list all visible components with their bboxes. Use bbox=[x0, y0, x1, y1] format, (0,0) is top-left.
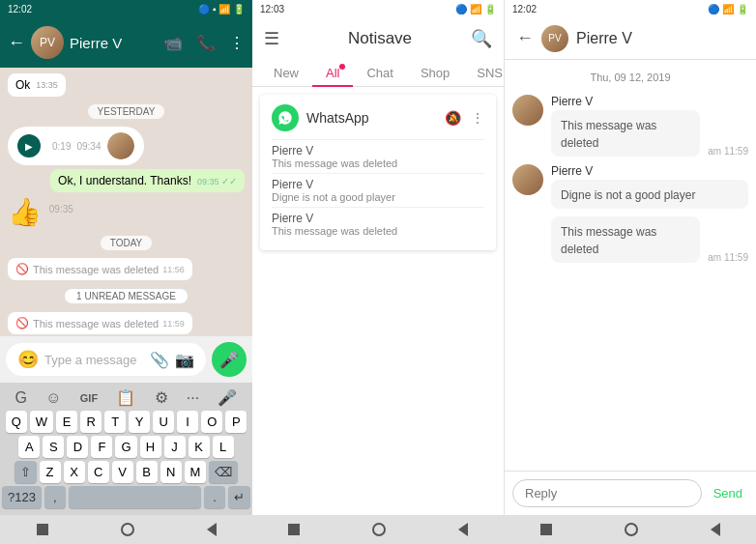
tab-all[interactable]: All bbox=[312, 60, 353, 86]
google-icon[interactable]: G bbox=[15, 389, 27, 407]
contact-avatar-p3: PV bbox=[541, 25, 568, 52]
key-g[interactable]: G bbox=[115, 436, 136, 458]
key-j[interactable]: J bbox=[164, 436, 186, 458]
search-icon-notisave[interactable]: 🔍 bbox=[471, 28, 492, 49]
key-s[interactable]: S bbox=[43, 436, 64, 458]
detail-time-1: am 11:59 bbox=[708, 146, 748, 157]
key-b[interactable]: B bbox=[136, 461, 158, 483]
key-e[interactable]: E bbox=[56, 411, 77, 433]
play-button[interactable]: ▶ bbox=[17, 134, 41, 157]
key-enter[interactable]: ↵ bbox=[228, 486, 250, 508]
key-t[interactable]: T bbox=[104, 411, 126, 433]
nav-circle-p3[interactable] bbox=[625, 523, 638, 536]
status-icons-p2: 🔵 📶 🔋 bbox=[455, 4, 496, 14]
tab-shop[interactable]: Shop bbox=[407, 60, 463, 86]
key-w[interactable]: W bbox=[30, 411, 53, 433]
key-backspace[interactable]: ⌫ bbox=[209, 461, 238, 483]
nav-back-p1[interactable] bbox=[207, 523, 217, 536]
deleted-time-2: 11:59 bbox=[162, 319, 185, 329]
detail-row-2: Pierre V Digne is not a good player bbox=[512, 164, 748, 209]
contact-name: Pierre V bbox=[70, 35, 158, 51]
mic-kb-icon[interactable]: 🎤 bbox=[218, 388, 237, 407]
back-button-p3[interactable]: ← bbox=[516, 28, 534, 48]
contact-name-p3: Pierre V bbox=[576, 30, 744, 47]
detail-time-3: am 11:59 bbox=[708, 252, 748, 263]
nav-square-p3[interactable] bbox=[540, 524, 552, 535]
card-message-2: Digne is not a good player bbox=[272, 191, 484, 203]
voice-call-icon[interactable]: 📞 bbox=[196, 34, 216, 52]
more-card-icon[interactable]: ⋮ bbox=[471, 110, 484, 126]
reply-input[interactable] bbox=[512, 479, 702, 507]
clipboard-icon[interactable]: 📋 bbox=[116, 388, 135, 407]
tab-new[interactable]: New bbox=[260, 60, 312, 86]
key-v[interactable]: V bbox=[112, 461, 133, 483]
nav-back-p2[interactable] bbox=[458, 523, 468, 536]
key-symbols[interactable]: ?123 bbox=[2, 486, 42, 508]
key-k[interactable]: K bbox=[189, 436, 210, 458]
key-period[interactable]: . bbox=[204, 486, 225, 508]
key-comma[interactable]: , bbox=[44, 486, 66, 508]
more-options-icon[interactable]: ⋮ bbox=[229, 34, 245, 52]
detail-avatar-1 bbox=[512, 95, 543, 126]
panel3-header: ← PV Pierre V bbox=[505, 17, 756, 60]
key-x[interactable]: X bbox=[64, 461, 85, 483]
tab-sns[interactable]: SNS bbox=[463, 60, 516, 86]
key-h[interactable]: H bbox=[140, 436, 161, 458]
emoji-keyboard-icon[interactable]: ☺ bbox=[45, 389, 61, 407]
nav-circle-p1[interactable] bbox=[121, 523, 134, 536]
whatsapp-notification-card[interactable]: WhatsApp 🔕 ⋮ Pierre V This message was d… bbox=[260, 95, 496, 250]
mute-icon[interactable]: 🔕 bbox=[445, 110, 461, 126]
keyboard-special-row: G ☺ GIF 📋 ⚙ ··· 🎤 bbox=[2, 387, 250, 409]
key-f[interactable]: F bbox=[91, 436, 112, 458]
video-call-icon[interactable]: 📹 bbox=[163, 34, 183, 52]
send-button[interactable]: Send bbox=[708, 482, 748, 504]
nav-square-p1[interactable] bbox=[37, 524, 48, 535]
msg-text: Ok, I understand. Thanks! bbox=[58, 174, 191, 187]
status-icons-p3: 🔵 📶 🔋 bbox=[708, 4, 748, 14]
hamburger-menu[interactable]: ☰ bbox=[264, 28, 279, 49]
nav-back-p3[interactable] bbox=[711, 523, 720, 536]
key-q[interactable]: Q bbox=[6, 411, 27, 433]
key-p[interactable]: P bbox=[225, 411, 247, 433]
settings-icon[interactable]: ⚙ bbox=[155, 388, 168, 407]
panel-whatsapp: 12:02 🔵 ▪ 📶 🔋 ← PV Pierre V 📹 📞 ⋮ Ok 13:… bbox=[0, 0, 252, 544]
key-r[interactable]: R bbox=[80, 411, 102, 433]
unread-message-badge: 1 UNREAD MESSAGE bbox=[64, 288, 189, 304]
key-a[interactable]: A bbox=[18, 436, 40, 458]
attach-icon[interactable]: 📎 bbox=[150, 351, 169, 369]
detail-bubble-3: This message was deleted bbox=[551, 216, 700, 263]
key-z[interactable]: Z bbox=[40, 461, 61, 483]
card-item-1[interactable]: Pierre V This message was deleted bbox=[272, 139, 484, 173]
key-shift[interactable]: ⇧ bbox=[15, 461, 37, 483]
voice-message[interactable]: ▶ 0:19 09:34 bbox=[8, 127, 144, 165]
panel-notisave-detail: 12:02 🔵 📶 🔋 ← PV Pierre V Thu, 09 12, 20… bbox=[505, 0, 756, 544]
key-space[interactable] bbox=[69, 486, 201, 508]
mic-button[interactable]: 🎤 bbox=[212, 342, 247, 377]
key-n[interactable]: N bbox=[160, 461, 182, 483]
key-d[interactable]: D bbox=[67, 436, 88, 458]
camera-icon[interactable]: 📷 bbox=[175, 351, 194, 369]
time-p2: 12:03 bbox=[260, 4, 284, 14]
status-bar-p1: 12:02 🔵 ▪ 📶 🔋 bbox=[0, 0, 252, 17]
key-c[interactable]: C bbox=[88, 461, 109, 483]
detail-text-3: This message was deleted bbox=[561, 225, 656, 256]
gif-icon[interactable]: GIF bbox=[80, 392, 98, 404]
message-input-placeholder[interactable]: Type a message bbox=[44, 353, 144, 367]
key-l[interactable]: L bbox=[213, 436, 234, 458]
emoji-icon[interactable]: 😊 bbox=[17, 349, 39, 370]
key-o[interactable]: O bbox=[201, 411, 222, 433]
back-button[interactable]: ← bbox=[8, 33, 25, 53]
tab-chat[interactable]: Chat bbox=[353, 60, 406, 86]
status-bar-p2: 12:03 🔵 📶 🔋 bbox=[252, 0, 504, 17]
key-m[interactable]: M bbox=[185, 461, 207, 483]
key-u[interactable]: U bbox=[153, 411, 174, 433]
key-i[interactable]: I bbox=[177, 411, 198, 433]
key-y[interactable]: Y bbox=[129, 411, 150, 433]
nav-circle-p2[interactable] bbox=[372, 523, 386, 536]
nav-square-p2[interactable] bbox=[288, 524, 300, 535]
card-item-2[interactable]: Pierre V Digne is not a good player bbox=[272, 173, 484, 207]
time-p1: 12:02 bbox=[8, 4, 32, 14]
more-kb-icon[interactable]: ··· bbox=[187, 389, 199, 407]
card-item-3[interactable]: Pierre V This message was deleted bbox=[272, 207, 484, 241]
card-sender-3: Pierre V bbox=[272, 212, 484, 225]
